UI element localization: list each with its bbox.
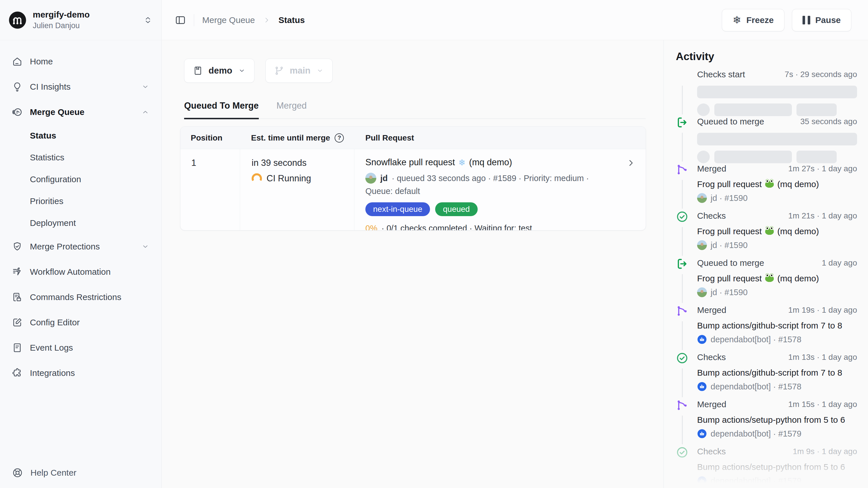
lightbulb-icon: [12, 82, 22, 92]
tab-merged[interactable]: Merged: [277, 101, 307, 118]
sidebar-item-config-editor[interactable]: Config Editor: [7, 310, 155, 335]
sidebar-item-label: Integrations: [30, 368, 75, 378]
home-icon: [12, 56, 22, 67]
repository-select[interactable]: demo: [184, 59, 254, 83]
sidebar-item-priorities[interactable]: Priorities: [7, 190, 155, 212]
pr-title[interactable]: Snowflake pull request (mq demo): [365, 157, 634, 168]
activity-event-time: 1m 19s · 1 day ago: [788, 306, 857, 315]
breadcrumb-section[interactable]: Merge Queue: [202, 15, 255, 25]
sidebar-item-label: Merge Protections: [30, 242, 100, 252]
sidebar-toggle-icon[interactable]: [175, 15, 186, 26]
sidebar-item-commands-restrictions[interactable]: Commands Restrictions: [7, 285, 155, 310]
sidebar-item-configuration[interactable]: Configuration: [7, 168, 155, 190]
activity-pr-meta: dependabot[bot] · #1578: [697, 335, 857, 344]
ci-status-text: CI Running: [267, 173, 311, 184]
branch-select[interactable]: main: [266, 59, 333, 83]
activity-item: Merged 1m 27s · 1 day ago Frog pull requ…: [676, 163, 857, 210]
activity-event-label: Queued to merge: [697, 258, 764, 268]
lifebuoy-icon: [12, 467, 23, 478]
table-header: Position Est. time until merge ? Pull Re…: [180, 127, 646, 149]
checks-status-line: 0% · 0/1 checks completed · Waiting for:…: [365, 224, 634, 230]
skeleton-bar: [714, 151, 792, 163]
divider: [194, 14, 194, 26]
tab-queued-to-merge[interactable]: Queued To Merge: [184, 101, 259, 119]
activity-pr-title[interactable]: Bump actions/setup-python from 5 to 6: [697, 415, 857, 425]
sidebar-item-deployment[interactable]: Deployment: [7, 212, 155, 234]
activity-item: Merged 1m 15s · 1 day ago Bump actions/s…: [676, 399, 857, 446]
sidebar-item-label: Configuration: [30, 174, 81, 184]
repository-value: demo: [209, 65, 232, 76]
sidebar-item-merge-queue[interactable]: Merge Queue: [7, 99, 155, 125]
branch-value: main: [290, 65, 310, 76]
table-row[interactable]: 1 in 39 seconds CI Running Snowflake pul…: [180, 149, 646, 230]
activity-event-time: 7s · 29 seconds ago: [785, 70, 857, 79]
chevron-down-icon: [141, 83, 149, 91]
activity-event-time: 35 seconds ago: [800, 117, 857, 126]
avatar: [697, 287, 707, 297]
sidebar-item-event-logs[interactable]: Event Logs: [7, 335, 155, 361]
freeze-button[interactable]: Freeze: [722, 9, 784, 31]
sidebar-item-home[interactable]: Home: [7, 49, 155, 74]
queued-to-merge-icon: [676, 116, 688, 129]
sidebar-item-label: Event Logs: [30, 343, 73, 353]
dependabot-icon: [697, 335, 707, 344]
snowflake-emoji: [458, 157, 466, 168]
sidebar-item-integrations[interactable]: Integrations: [7, 361, 155, 386]
sidebar-item-workflow-automation[interactable]: Workflow Automation: [7, 259, 155, 285]
badge-next-in-queue: next-in-queue: [365, 202, 430, 216]
org-owner: Julien Danjou: [33, 21, 90, 30]
activity-item: Merged 1m 19s · 1 day ago Bump actions/g…: [676, 305, 857, 352]
activity-event-time: 1m 27s · 1 day ago: [788, 164, 857, 173]
queue-tabs: Queued To Merge Merged: [184, 101, 646, 119]
activity-pr-meta: jd · #1590: [697, 240, 857, 250]
activity-event-label: Merged: [697, 305, 726, 315]
pr-meta: jd · queued 33 seconds ago · #1589 · Pri…: [365, 173, 634, 184]
activity-pr-title[interactable]: Bump actions/github-script from 7 to 8: [697, 368, 857, 378]
activity-pr-meta: jd · #1590: [697, 193, 857, 203]
org-switcher[interactable]: mergify-demo Julien Danjou: [0, 0, 161, 40]
mergify-logo-icon: [9, 11, 26, 29]
snowflake-icon: [733, 14, 741, 26]
help-center-label: Help Center: [30, 468, 76, 478]
help-center-link[interactable]: Help Center: [12, 467, 76, 478]
topbar: Merge Queue Status Freeze Pause: [162, 0, 868, 40]
chevron-right-icon[interactable]: [626, 159, 636, 168]
activity-panel: Activity Checks start 7s · 29 seconds ag…: [663, 40, 868, 488]
chevron-down-icon: [141, 242, 149, 251]
activity-pr-title[interactable]: Bump actions/github-script from 7 to 8: [697, 321, 857, 331]
activity-pr-title[interactable]: Frog pull request(mq demo): [697, 179, 857, 189]
sidebar-item-statistics[interactable]: Statistics: [7, 147, 155, 168]
activity-event-label: Checks start: [697, 69, 745, 79]
cell-position: 1: [180, 149, 240, 230]
sidebar-item-label: Status: [30, 131, 56, 141]
puzzle-icon: [12, 368, 22, 378]
activity-item: Queued to merge 35 seconds ago: [676, 116, 857, 163]
document-lock-icon: [12, 292, 22, 302]
frog-emoji: [765, 228, 774, 235]
sidebar-item-ci-insights[interactable]: CI Insights: [7, 74, 155, 99]
sidebar-item-merge-protections[interactable]: Merge Protections: [7, 234, 155, 259]
activity-item: Checks 1m 9s · 1 day ago Bump actions/se…: [676, 446, 857, 488]
breadcrumb-page: Status: [278, 15, 305, 25]
activity-event-time: 1 day ago: [822, 258, 857, 267]
checks-progress: 0%: [365, 224, 377, 230]
skeleton-bar: [697, 133, 857, 145]
activity-event-time: 1m 9s · 1 day ago: [793, 447, 857, 456]
sidebar-item-label: Home: [30, 57, 53, 66]
activity-item: Checks 1m 13s · 1 day ago Bump actions/g…: [676, 352, 857, 399]
sidebar-item-label: Deployment: [30, 218, 76, 228]
activity-pr-title[interactable]: Frog pull request(mq demo): [697, 227, 857, 236]
activity-pr-title[interactable]: Frog pull request(mq demo): [697, 274, 857, 283]
main-content: demo main Queued To Merge Merged Positio…: [162, 40, 663, 488]
activity-pr-title[interactable]: Bump actions/setup-python from 5 to 6: [697, 462, 857, 472]
document-lines-icon: [12, 343, 22, 353]
pause-button[interactable]: Pause: [792, 9, 851, 31]
skeleton-circle: [697, 151, 710, 163]
activity-event-label: Merged: [697, 400, 726, 409]
help-circle-icon[interactable]: ?: [335, 133, 344, 143]
frog-emoji: [765, 181, 774, 188]
cell-pull-request: Snowflake pull request (mq demo) jd · qu…: [354, 149, 646, 230]
pr-author: jd: [380, 174, 388, 183]
sidebar-item-status[interactable]: Status: [7, 125, 155, 147]
activity-event-label: Merged: [697, 164, 726, 174]
